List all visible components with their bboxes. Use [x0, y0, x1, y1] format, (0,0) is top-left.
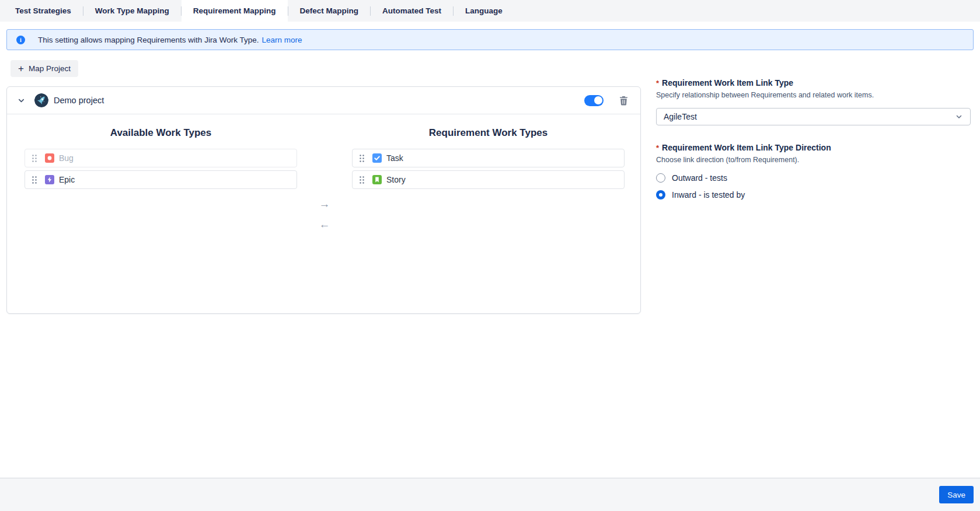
- requirement-settings: * Requirement Work Item Link Type Specif…: [656, 78, 974, 200]
- work-type-item-task[interactable]: Task: [352, 149, 625, 167]
- work-type-label: Task: [386, 153, 403, 163]
- link-type-label: * Requirement Work Item Link Type: [656, 78, 971, 88]
- tab-bar: Test Strategies Work Type Mapping Requir…: [0, 0, 980, 22]
- learn-more-link[interactable]: Learn more: [261, 36, 302, 44]
- epic-icon: [45, 175, 54, 184]
- plus-icon: +: [18, 64, 24, 74]
- chevron-down-icon: [18, 97, 25, 104]
- project-panel-header: Demo project: [7, 87, 640, 114]
- link-type-selected-value: AgileTest: [664, 112, 955, 121]
- drag-handle-icon[interactable]: [359, 176, 365, 184]
- collapse-project-button[interactable]: [16, 96, 26, 106]
- project-name: Demo project: [54, 96, 104, 105]
- info-banner-text: This setting allows mapping Requirements…: [38, 36, 259, 44]
- footer-bar: Save: [0, 478, 980, 511]
- link-type-description: Specify relationship between Requirement…: [656, 91, 971, 99]
- mapping-body: Available Work Types Bug: [7, 114, 640, 230]
- task-icon: [372, 153, 382, 163]
- info-banner: i This setting allows mapping Requiremen…: [6, 29, 974, 50]
- work-type-item-epic[interactable]: Epic: [25, 170, 297, 189]
- bug-icon: [45, 153, 54, 163]
- move-left-icon[interactable]: ←: [319, 219, 330, 230]
- link-direction-radio-group: Outward - tests Inward - is tested by: [656, 173, 971, 200]
- link-type-select[interactable]: AgileTest: [656, 108, 971, 125]
- work-type-item-story[interactable]: Story: [352, 170, 625, 189]
- drag-handle-icon[interactable]: [359, 154, 365, 163]
- drag-handle-icon[interactable]: [32, 154, 37, 163]
- tab-requirement-mapping[interactable]: Requirement Mapping: [182, 0, 288, 22]
- delete-project-button[interactable]: [618, 94, 630, 107]
- tab-work-type-mapping[interactable]: Work Type Mapping: [83, 0, 181, 22]
- radio-checked-icon[interactable]: [656, 190, 665, 200]
- link-direction-label: * Requirement Work Item Link Type Direct…: [656, 143, 971, 152]
- radio-unchecked-icon[interactable]: [656, 173, 665, 183]
- map-project-button[interactable]: + Map Project: [11, 60, 78, 77]
- work-type-label: Bug: [59, 153, 74, 163]
- requirement-work-types-column: Requirement Work Types Task: [352, 114, 625, 230]
- work-type-item-bug: Bug: [25, 149, 297, 167]
- project-enabled-toggle[interactable]: [584, 95, 604, 106]
- story-icon: [372, 175, 382, 184]
- radio-option-label: Outward - tests: [672, 173, 727, 183]
- drag-handle-icon[interactable]: [32, 176, 37, 184]
- required-marker: *: [656, 144, 659, 152]
- link-direction-label-text: Requirement Work Item Link Type Directio…: [662, 143, 831, 152]
- project-avatar-rocket-icon: [34, 93, 48, 107]
- available-column-title: Available Work Types: [25, 127, 297, 139]
- radio-option-inward[interactable]: Inward - is tested by: [656, 190, 971, 200]
- save-button[interactable]: Save: [939, 486, 974, 503]
- info-icon: i: [16, 36, 25, 44]
- link-type-label-text: Requirement Work Item Link Type: [662, 78, 793, 88]
- radio-option-label: Inward - is tested by: [672, 190, 745, 200]
- transfer-arrows: → ←: [297, 114, 352, 230]
- toggle-knob: [594, 96, 602, 104]
- radio-option-outward[interactable]: Outward - tests: [656, 173, 971, 183]
- requirement-column-title: Requirement Work Types: [352, 127, 625, 139]
- work-type-label: Story: [386, 175, 406, 184]
- move-right-icon[interactable]: →: [319, 198, 330, 209]
- tab-defect-mapping[interactable]: Defect Mapping: [288, 0, 371, 22]
- chevron-down-icon: [955, 113, 963, 121]
- required-marker: *: [656, 79, 659, 88]
- link-direction-description: Choose link direction (to/from Requireme…: [656, 156, 971, 164]
- trash-icon: [619, 95, 629, 106]
- tab-language[interactable]: Language: [454, 0, 514, 22]
- tab-automated-test[interactable]: Automated Test: [371, 0, 453, 22]
- tab-test-strategies[interactable]: Test Strategies: [4, 0, 83, 22]
- map-project-label: Map Project: [29, 64, 71, 73]
- work-type-label: Epic: [59, 175, 75, 184]
- available-work-types-column: Available Work Types Bug: [25, 114, 297, 230]
- project-mapping-panel: Demo project Available Work Types: [6, 86, 641, 314]
